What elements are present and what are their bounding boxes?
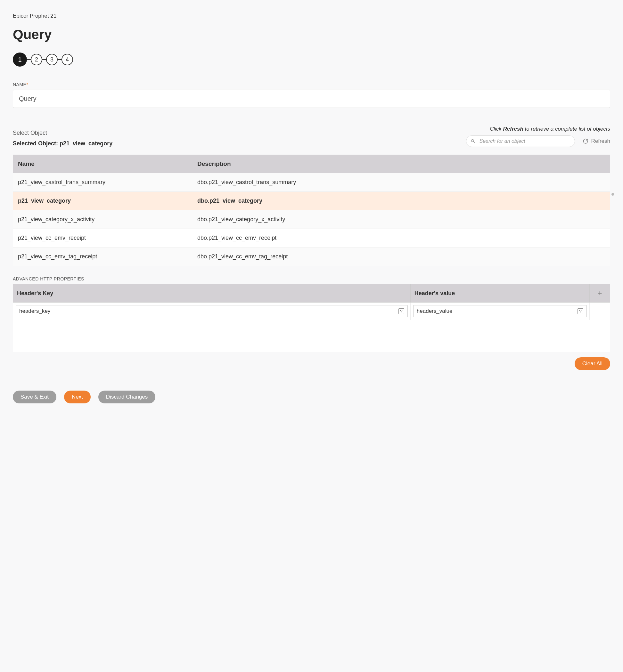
scrollbar-thumb[interactable] xyxy=(612,193,614,195)
table-row[interactable]: p21_view_cc_emv_receiptdbo.p21_view_cc_e… xyxy=(13,229,610,247)
search-icon xyxy=(471,139,476,144)
discard-button[interactable]: Discard Changes xyxy=(98,391,155,403)
table-row[interactable]: p21_view_cc_emv_tag_receiptdbo.p21_view_… xyxy=(13,247,610,266)
headers-empty-area xyxy=(13,320,610,352)
cell-name: p21_view_category_x_activity xyxy=(13,210,192,229)
table-row[interactable]: p21_view_categorydbo.p21_view_category xyxy=(13,192,610,210)
table-row[interactable]: p21_view_castrol_trans_summarydbo.p21_vi… xyxy=(13,173,610,192)
col-header-value: Header's value xyxy=(410,284,589,303)
step-connector xyxy=(58,59,61,60)
footer-actions: Save & Exit Next Discard Changes xyxy=(13,391,610,403)
cell-name: p21_view_cc_emv_tag_receipt xyxy=(13,247,192,266)
col-header-key: Header's Key xyxy=(13,284,411,303)
header-key-input[interactable] xyxy=(19,308,398,314)
refresh-hint: Click Refresh to retrieve a complete lis… xyxy=(125,126,610,132)
clear-all-button[interactable]: Clear All xyxy=(575,357,610,370)
page-title: Query xyxy=(13,27,610,42)
col-description[interactable]: Description xyxy=(192,155,611,173)
select-object-label: Select Object xyxy=(13,130,112,136)
object-table: Name Description p21_view_castrol_trans_… xyxy=(13,155,610,266)
add-header-button[interactable]: + xyxy=(590,284,610,303)
selected-object: Selected Object: p21_view_category xyxy=(13,140,112,147)
cell-description: dbo.p21_view_category_x_activity xyxy=(192,210,611,229)
variable-icon[interactable]: V xyxy=(577,308,583,314)
cell-description: dbo.p21_view_cc_emv_tag_receipt xyxy=(192,247,611,266)
step-1[interactable]: 1 xyxy=(13,53,27,67)
cell-description: dbo.p21_view_cc_emv_receipt xyxy=(192,229,611,247)
search-wrap xyxy=(466,135,575,147)
cell-description: dbo.p21_view_castrol_trans_summary xyxy=(192,173,611,192)
headers-table: Header's Key Header's value + V V xyxy=(13,284,610,320)
required-marker: * xyxy=(26,82,28,87)
step-connector xyxy=(42,59,46,60)
table-row[interactable]: p21_view_category_x_activitydbo.p21_view… xyxy=(13,210,610,229)
col-name[interactable]: Name xyxy=(13,155,192,173)
cell-name: p21_view_category xyxy=(13,192,192,210)
cell-name: p21_view_cc_emv_receipt xyxy=(13,229,192,247)
advanced-label: ADVANCED HTTP PROPERTIES xyxy=(13,276,610,281)
step-connector xyxy=(27,59,31,60)
refresh-icon xyxy=(583,138,588,144)
breadcrumb-link[interactable]: Epicor Prophet 21 xyxy=(13,13,56,19)
header-value-input[interactable] xyxy=(417,308,577,314)
name-label: NAME* xyxy=(13,82,610,87)
refresh-button[interactable]: Refresh xyxy=(583,138,610,144)
name-input[interactable] xyxy=(13,90,610,108)
cell-name: p21_view_castrol_trans_summary xyxy=(13,173,192,192)
step-3[interactable]: 3 xyxy=(46,54,58,65)
stepper: 1 2 3 4 xyxy=(13,53,610,67)
step-2[interactable]: 2 xyxy=(31,54,42,65)
save-exit-button[interactable]: Save & Exit xyxy=(13,391,56,403)
step-4[interactable]: 4 xyxy=(61,54,73,65)
next-button[interactable]: Next xyxy=(64,391,91,403)
search-input[interactable] xyxy=(466,135,575,147)
object-table-wrap: Name Description p21_view_castrol_trans_… xyxy=(13,155,610,266)
variable-icon[interactable]: V xyxy=(398,308,404,314)
cell-description: dbo.p21_view_category xyxy=(192,192,611,210)
